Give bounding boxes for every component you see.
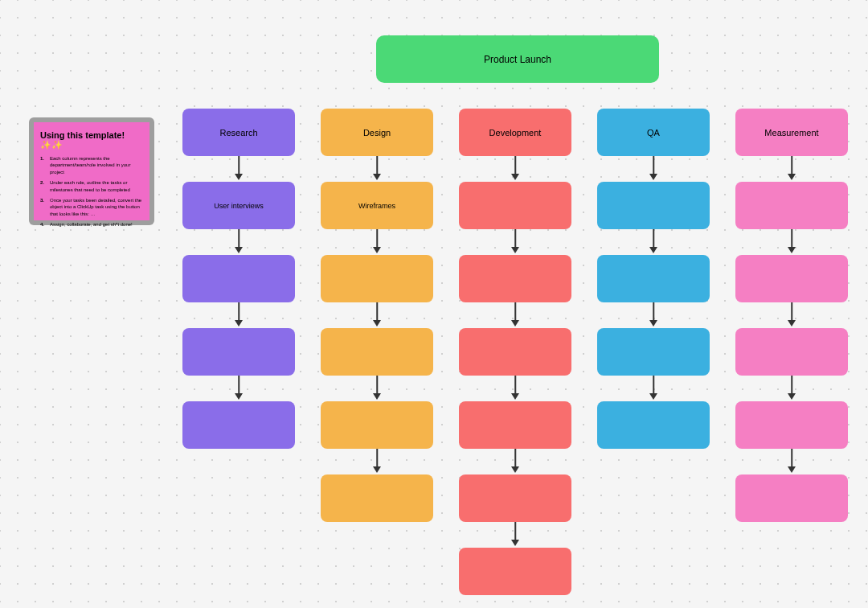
task-node[interactable] (321, 401, 433, 449)
sticky-item: Under each role, outline the tasks or mi… (40, 179, 143, 193)
task-node[interactable] (735, 401, 848, 449)
column-design: DesignWireframes (321, 109, 433, 548)
task-node[interactable] (182, 328, 295, 376)
task-node[interactable] (321, 474, 433, 522)
task-node[interactable] (735, 182, 848, 229)
task-label: User interviews (214, 202, 264, 210)
task-node[interactable] (459, 548, 571, 595)
task-node[interactable] (597, 401, 710, 449)
column-header[interactable]: Design (321, 109, 433, 156)
column-header-label: Measurement (764, 128, 818, 138)
title-text: Product Launch (484, 54, 551, 65)
task-node[interactable]: Wireframes (321, 182, 433, 229)
task-node[interactable] (459, 328, 571, 376)
sticky-item: Each column represents the department/te… (40, 155, 143, 175)
task-node[interactable] (182, 255, 295, 302)
sticky-inner: Using this template! ✨✨ Each column repr… (34, 122, 149, 220)
column-header-label: QA (647, 128, 660, 138)
task-node[interactable] (321, 328, 433, 376)
task-label: Wireframes (358, 202, 395, 210)
sticky-list: Each column represents the department/te… (40, 155, 143, 228)
column-header-label: Research (219, 128, 257, 138)
column-header[interactable]: Measurement (735, 109, 848, 156)
column-measurement: Measurement (735, 109, 848, 548)
task-node[interactable] (735, 328, 848, 376)
task-node[interactable]: User interviews (182, 182, 295, 229)
sticky-item: Assign, collaborate, and get sh*t done! (40, 221, 143, 228)
title-box[interactable]: Product Launch (376, 35, 659, 83)
task-node[interactable] (735, 474, 848, 522)
sticky-note[interactable]: Using this template! ✨✨ Each column repr… (29, 117, 154, 225)
column-research: ResearchUser interviews (182, 109, 295, 474)
column-header[interactable]: Development (459, 109, 571, 156)
task-node[interactable] (459, 474, 571, 522)
task-node[interactable] (597, 328, 710, 376)
column-header-label: Development (489, 128, 542, 138)
column-development: Development (459, 109, 571, 608)
task-node[interactable] (597, 255, 710, 302)
task-node[interactable] (459, 182, 571, 229)
column-header[interactable]: QA (597, 109, 710, 156)
task-node[interactable] (459, 401, 571, 449)
sticky-item: Once your tasks been detailed, convert t… (40, 197, 143, 217)
column-header-label: Design (363, 128, 391, 138)
task-node[interactable] (182, 401, 295, 449)
sticky-heading: Using this template! ✨✨ (40, 130, 143, 150)
task-node[interactable] (735, 255, 848, 302)
column-qa: QA (597, 109, 710, 474)
task-node[interactable] (597, 182, 710, 229)
column-header[interactable]: Research (182, 109, 295, 156)
task-node[interactable] (459, 255, 571, 302)
task-node[interactable] (321, 255, 433, 302)
